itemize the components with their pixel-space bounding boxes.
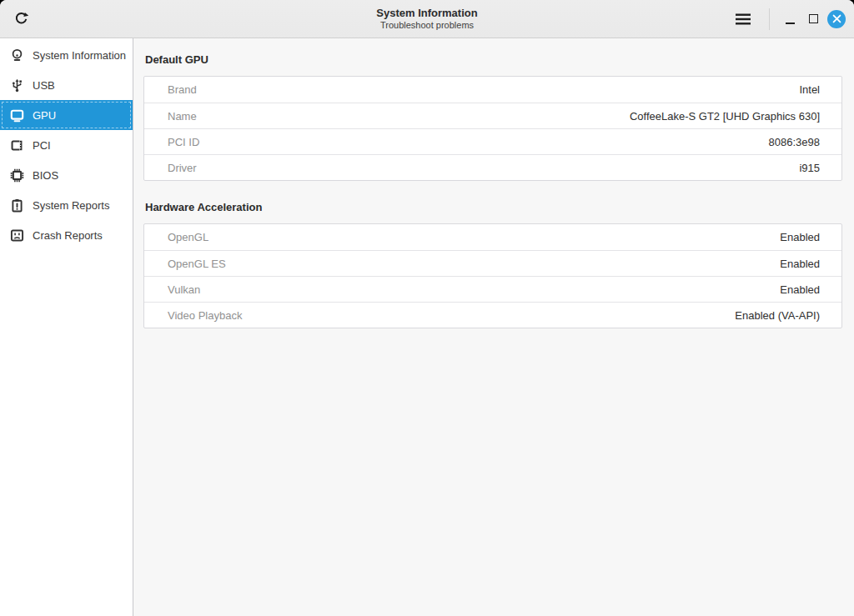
sidebar-item-label: System Information <box>33 49 126 62</box>
maximize-button[interactable] <box>801 8 825 31</box>
menu-icon <box>736 13 751 25</box>
minimize-icon <box>786 23 795 24</box>
table-row: OpenGL ES Enabled <box>144 250 841 276</box>
sidebar-item-usb[interactable]: USB <box>0 70 133 100</box>
window-title-block: System Information Troubleshoot problems <box>376 7 477 32</box>
row-label: PCI ID <box>168 136 199 148</box>
sidebar-item-label: Crash Reports <box>33 229 103 242</box>
row-value: Enabled <box>780 258 820 270</box>
app-window: System Information Troubleshoot problems <box>0 0 854 616</box>
sidebar-item-label: USB <box>33 79 55 92</box>
row-label: Video Playback <box>168 309 242 322</box>
window-content: System Information USB GPU PCI BIOS Syst… <box>0 38 854 616</box>
row-label: Name <box>168 110 197 123</box>
monitor-icon <box>10 108 24 123</box>
table-row: Brand Intel <box>144 77 841 103</box>
row-label: Vulkan <box>168 283 200 296</box>
sidebar-item-system-information[interactable]: System Information <box>0 40 133 70</box>
section-title: Default GPU <box>145 53 842 66</box>
sidebar-item-label: GPU <box>33 109 56 122</box>
row-value: Enabled <box>780 283 820 296</box>
info-table-default-gpu: Brand Intel Name CoffeeLake-S GT2 [UHD G… <box>143 76 842 181</box>
row-label: OpenGL <box>168 231 208 243</box>
sidebar-item-crash-reports[interactable]: Crash Reports <box>0 220 133 250</box>
usb-icon <box>10 78 24 93</box>
row-value: CoffeeLake-S GT2 [UHD Graphics 630] <box>630 110 820 123</box>
chip-icon <box>10 168 24 183</box>
titlebar: System Information Troubleshoot problems <box>0 0 854 38</box>
table-row: PCI ID 8086:3e98 <box>144 128 841 154</box>
maximize-icon <box>809 14 818 23</box>
window-subtitle: Troubleshoot problems <box>376 20 477 32</box>
close-icon <box>827 10 846 28</box>
sidebar-item-system-reports[interactable]: System Reports <box>0 190 133 220</box>
titlebar-separator <box>769 8 770 30</box>
sidebar-item-bios[interactable]: BIOS <box>0 160 133 190</box>
row-label: OpenGL ES <box>168 258 226 270</box>
window-title: System Information <box>376 7 477 20</box>
table-row: Driver i915 <box>144 154 841 180</box>
row-label: Brand <box>168 83 197 96</box>
crash-face-icon <box>10 228 24 243</box>
table-row: Video Playback Enabled (VA-API) <box>144 302 841 328</box>
sidebar-item-gpu[interactable]: GPU <box>0 100 133 130</box>
clipboard-icon <box>10 198 24 213</box>
row-value: Enabled <box>780 231 820 243</box>
row-value: i915 <box>799 162 820 174</box>
minimize-button[interactable] <box>778 8 801 31</box>
table-row: Vulkan Enabled <box>144 276 841 302</box>
row-label: Driver <box>168 162 197 174</box>
table-row: OpenGL Enabled <box>144 224 841 250</box>
sidebar-item-label: PCI <box>33 139 51 152</box>
section-hardware-acceleration: Hardware Acceleration OpenGL Enabled Ope… <box>143 201 842 328</box>
sidebar: System Information USB GPU PCI BIOS Syst… <box>0 38 133 616</box>
refresh-icon <box>13 11 29 27</box>
row-value: Enabled (VA-API) <box>735 309 820 322</box>
row-value: Intel <box>799 83 820 96</box>
main-panel: Default GPU Brand Intel Name CoffeeLake-… <box>133 38 854 616</box>
refresh-button[interactable] <box>7 5 35 33</box>
row-value: 8086:3e98 <box>769 136 820 148</box>
info-table-hardware-acceleration: OpenGL Enabled OpenGL ES Enabled Vulkan … <box>143 223 842 328</box>
sidebar-item-label: System Reports <box>33 199 109 212</box>
close-button[interactable] <box>825 8 848 31</box>
titlebar-controls <box>729 5 848 33</box>
menu-button[interactable] <box>729 5 757 33</box>
table-row: Name CoffeeLake-S GT2 [UHD Graphics 630] <box>144 103 841 128</box>
sidebar-item-label: BIOS <box>33 169 58 182</box>
pci-card-icon <box>10 138 24 153</box>
section-title: Hardware Acceleration <box>145 201 842 213</box>
sidebar-item-pci[interactable]: PCI <box>0 130 133 160</box>
lightbulb-icon <box>10 48 24 63</box>
section-default-gpu: Default GPU Brand Intel Name CoffeeLake-… <box>143 53 842 181</box>
